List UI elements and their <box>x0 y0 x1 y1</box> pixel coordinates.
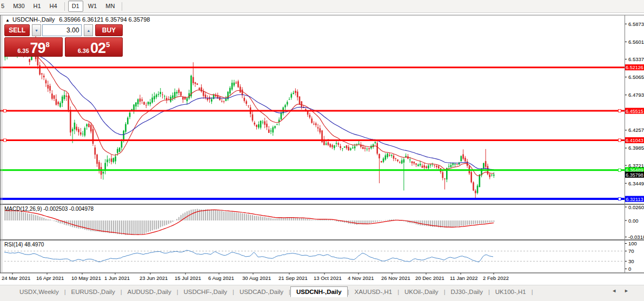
tab-scroll-arrows: ◄► <box>612 288 636 293</box>
tab-scroll-right-icon[interactable]: ► <box>624 288 636 293</box>
svg-text:30: 30 <box>628 258 634 264</box>
svg-text:21 Sep 2021: 21 Sep 2021 <box>278 275 308 281</box>
timeframe-buttons: 5M30H1H4D1W1MN <box>0 1 125 12</box>
macd-label: MACD(12,26,9) -0.002503 -0.004978 <box>4 206 94 212</box>
svg-text:6.58730: 6.58730 <box>628 21 644 27</box>
chart-tab-audusd-daily[interactable]: AUDUSD-,Daily <box>122 287 177 297</box>
chart-tabs: USDX,Weekly|EURUSD-,Daily|AUDUSD-,Daily|… <box>14 287 533 297</box>
timeframe-button-h4[interactable]: H4 <box>46 1 61 12</box>
svg-text:4 Nov 2021: 4 Nov 2021 <box>348 275 374 281</box>
svg-text:6 Aug 2021: 6 Aug 2021 <box>208 275 234 281</box>
trading-terminal: 5M30H1H4D1W1MN 6.521266.455156.410436.36… <box>0 0 644 301</box>
svg-text:6.32113: 6.32113 <box>626 197 643 202</box>
svg-text:13 Oct 2021: 13 Oct 2021 <box>314 275 342 281</box>
chart-tab-bar: USDX,Weekly|EURUSD-,Daily|AUDUSD-,Daily|… <box>0 285 644 298</box>
chart-symbol-period: USDCNH-,Daily <box>12 16 55 23</box>
svg-text:100: 100 <box>628 240 637 246</box>
chart-ohlc-values: 6.35966 6.36121 6.35794 6.35798 <box>59 16 150 23</box>
chart-tab-eurusd-daily[interactable]: EURUSD-,Daily <box>66 287 121 297</box>
svg-text:6.45515: 6.45515 <box>626 109 643 114</box>
timeframe-button-w1[interactable]: W1 <box>84 1 101 12</box>
chart-window: 6.521266.455156.410436.364896.321136.357… <box>0 12 644 285</box>
tab-separator: | <box>532 289 533 295</box>
chart-title: ▲USDCNH-,Daily6.35966 6.36121 6.35794 6.… <box>5 16 150 23</box>
tab-scroll-left-icon[interactable]: ◄ <box>612 288 624 293</box>
svg-text:0: 0 <box>628 266 631 272</box>
svg-text:6.56010: 6.56010 <box>628 39 644 45</box>
buy-quote-prefix: 6.36 <box>78 48 89 54</box>
chart-tab-xauusd-h1[interactable]: XAUUSD-,H1 <box>349 287 397 297</box>
sell-button[interactable]: SELL <box>4 24 30 36</box>
buy-quote[interactable]: 6.36025 <box>65 37 123 57</box>
trade-panel-controls: SELL ▼ 3.00 ▲ BUY <box>4 24 123 36</box>
chart-tab-usdchf-daily[interactable]: USDCHF-,Daily <box>178 287 233 297</box>
chart-tab-usdcnh-daily[interactable]: USDCNH-,Daily <box>290 286 348 297</box>
svg-text:70: 70 <box>628 248 634 254</box>
timeframe-button-5[interactable]: 5 <box>0 1 8 12</box>
sell-quote-pip: 8 <box>46 41 50 49</box>
collapse-panel-icon[interactable]: ▲ <box>5 18 10 23</box>
trade-panel-quotes: 6.35798 6.36025 <box>4 37 123 57</box>
volume-input[interactable]: 3.00 <box>42 24 82 36</box>
buy-quote-big: 02 <box>90 41 105 56</box>
sell-quote-big: 79 <box>30 41 45 56</box>
svg-text:6.34490: 6.34490 <box>628 180 644 186</box>
svg-text:26 Nov 2021: 26 Nov 2021 <box>381 275 410 281</box>
svg-text:15 Jul 2021: 15 Jul 2021 <box>175 275 201 281</box>
svg-text:2 Feb 2022: 2 Feb 2022 <box>483 275 509 281</box>
toolbar-separator <box>64 2 65 11</box>
svg-text:30 Aug 2021: 30 Aug 2021 <box>242 275 271 281</box>
svg-text:6.52126: 6.52126 <box>626 65 643 70</box>
svg-text:16 Apr 2021: 16 Apr 2021 <box>36 275 64 281</box>
rsi-value: 48.4970 <box>24 242 44 248</box>
volume-increase-icon[interactable]: ▲ <box>84 24 92 36</box>
svg-text:6.53370: 6.53370 <box>628 56 644 62</box>
svg-text:6.41043: 6.41043 <box>626 138 643 143</box>
one-click-trade-panel: SELL ▼ 3.00 ▲ BUY 6.35798 6.36025 <box>4 24 123 57</box>
timeframe-button-m30[interactable]: M30 <box>9 1 28 12</box>
svg-text:-0.03187: -0.03187 <box>628 234 644 240</box>
svg-text:23 Jun 2021: 23 Jun 2021 <box>140 275 168 281</box>
chart-tab-usdx-weekly[interactable]: USDX,Weekly <box>14 287 64 297</box>
sell-quote-prefix: 6.35 <box>17 48 29 54</box>
timeframe-button-h1[interactable]: H1 <box>30 1 45 12</box>
chart-tab-dj30-daily[interactable]: DJ30-,Daily <box>445 287 488 297</box>
svg-text:11 Jan 2022: 11 Jan 2022 <box>450 275 478 281</box>
svg-text:0.00: 0.00 <box>628 218 639 224</box>
buy-button[interactable]: BUY <box>95 24 123 36</box>
svg-text:6.37210: 6.37210 <box>628 163 644 169</box>
svg-text:6.42570: 6.42570 <box>628 127 644 133</box>
toolbar-separator <box>122 2 122 11</box>
svg-text:6.50650: 6.50650 <box>628 74 644 80</box>
chart-tab-uk100-h1[interactable]: UK100-,H1 <box>490 287 532 297</box>
svg-text:1 Jun 2021: 1 Jun 2021 <box>104 275 130 281</box>
svg-text:10 May 2021: 10 May 2021 <box>71 275 101 281</box>
svg-text:6.35798: 6.35798 <box>626 172 643 178</box>
svg-text:6.47930: 6.47930 <box>628 92 644 98</box>
timeframe-button-mn[interactable]: MN <box>102 1 118 12</box>
timeframe-toolbar: 5M30H1H4D1W1MN <box>0 0 644 13</box>
svg-text:20 Dec 2021: 20 Dec 2021 <box>415 275 444 281</box>
chart-tab-usdcad-daily[interactable]: USDCAD-,Daily <box>234 287 289 297</box>
sell-quote[interactable]: 6.35798 <box>4 37 63 57</box>
buy-quote-pip: 5 <box>106 41 110 49</box>
svg-text:0.02607: 0.02607 <box>628 204 644 210</box>
volume-decrease-icon[interactable]: ▼ <box>32 24 41 36</box>
chart-tab-ukoil-daily[interactable]: UKOil-,Daily <box>399 287 444 297</box>
svg-text:24 Mar 2021: 24 Mar 2021 <box>2 275 30 281</box>
macd-values: -0.002503 -0.004978 <box>43 206 94 212</box>
svg-text:6.39850: 6.39850 <box>628 145 644 151</box>
timeframe-button-d1[interactable]: D1 <box>68 1 83 12</box>
rsi-label: RSI(14) 48.4970 <box>4 242 44 248</box>
